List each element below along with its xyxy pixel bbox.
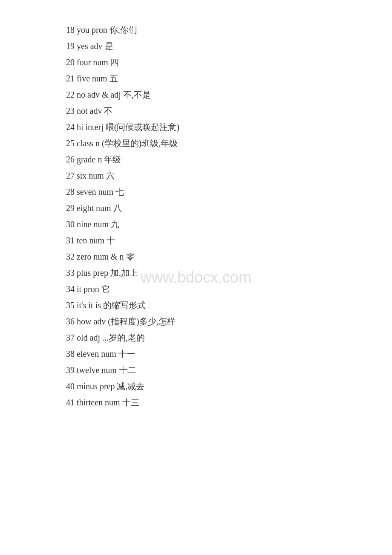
list-item: 27 six num 六 — [66, 171, 358, 180]
list-item: 41 thirteen num 十三 — [66, 398, 358, 407]
list-item: 23 not adv 不 — [66, 107, 358, 115]
list-item: 33 plus prep 加,加上 — [66, 269, 358, 277]
list-item: 38 eleven num 十一 — [66, 350, 358, 358]
list-item: 36 how adv (指程度)多少,怎样 — [66, 317, 358, 326]
list-item: 28 seven num 七 — [66, 188, 358, 196]
list-item: 30 nine num 九 — [66, 220, 358, 228]
list-item: 34 it pron 它 — [66, 285, 358, 293]
list-item: 39 twelve num 十二 — [66, 366, 358, 374]
list-item: 35 it's it is 的缩写形式 — [66, 301, 358, 309]
list-item: 40 minus prep 减,减去 — [66, 382, 358, 390]
list-item: 31 ten num 十 — [66, 236, 358, 245]
list-item: 21 five num 五 — [66, 74, 358, 83]
list-item: 19 yes adv 是 — [66, 42, 358, 50]
list-item: 25 class n (学校里的)班级,年级 — [66, 139, 358, 147]
word-list: 18 you pron 你,你们19 yes adv 是20 four num … — [66, 26, 358, 407]
list-item: 26 grade n 年级 — [66, 155, 358, 164]
list-item: 37 old adj ...岁的,老的 — [66, 333, 358, 342]
list-item: 22 no adv & adj 不,不是 — [66, 90, 358, 99]
list-item: 20 four num 四 — [66, 58, 358, 66]
list-item: 18 you pron 你,你们 — [66, 26, 358, 34]
list-item: 24 hi interj 喂(问候或唤起注意) — [66, 123, 358, 131]
list-item: 29 eight num 八 — [66, 204, 358, 212]
list-item: 32 zero num & n 零 — [66, 252, 358, 261]
